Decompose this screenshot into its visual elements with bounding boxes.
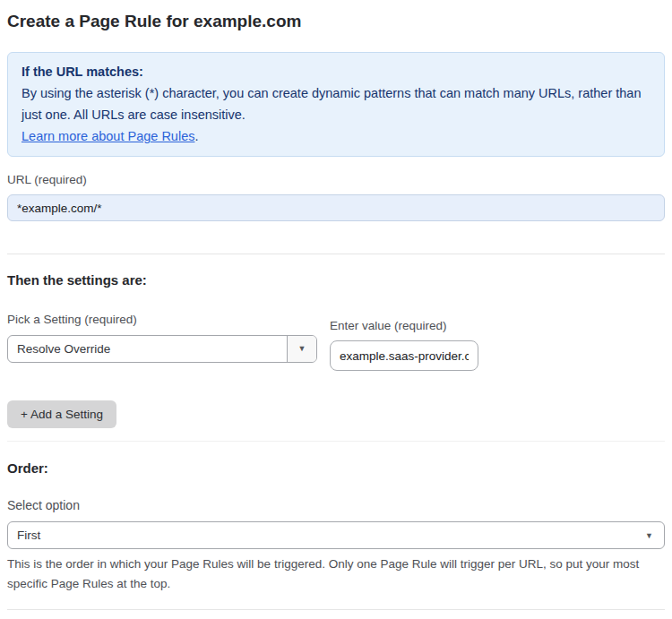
info-box-link-line: Learn more about Page Rules.: [22, 125, 650, 147]
setting-value-column: Enter value (required): [330, 312, 478, 371]
setting-picker-column: Pick a Setting (required) Resolve Overri…: [7, 312, 317, 363]
page-title: Create a Page Rule for example.com: [7, 11, 665, 32]
url-field-label: URL (required): [7, 172, 665, 187]
order-select-value: First: [8, 529, 664, 542]
settings-row: Pick a Setting (required) Resolve Overri…: [7, 312, 665, 371]
learn-more-link[interactable]: Learn more about Page Rules: [22, 129, 194, 143]
chevron-down-icon: ▼: [298, 345, 306, 353]
setting-select[interactable]: Resolve Override ▼: [7, 335, 317, 363]
chevron-down-icon: ▼: [645, 532, 653, 540]
setting-select-value: Resolve Override: [8, 342, 287, 356]
section-divider: [7, 609, 665, 610]
info-box-heading: If the URL matches:: [22, 61, 650, 82]
order-select[interactable]: First ▼: [7, 521, 665, 549]
setting-picker-label: Pick a Setting (required): [7, 312, 317, 327]
add-setting-button[interactable]: + Add a Setting: [7, 400, 116, 428]
link-suffix-period: .: [194, 129, 198, 143]
url-input[interactable]: [7, 194, 665, 221]
order-select-label: Select option: [7, 498, 665, 513]
section-divider: [7, 254, 665, 254]
create-page-rule-form: Create a Page Rule for example.com If th…: [0, 0, 672, 619]
order-help-text: This is the order in which your Page Rul…: [7, 555, 665, 594]
settings-section-heading: Then the settings are:: [7, 271, 665, 288]
url-match-info-box: If the URL matches: By using the asteris…: [7, 52, 665, 157]
section-divider: [7, 441, 665, 442]
info-box-body: By using the asterisk (*) character, you…: [22, 82, 650, 125]
value-field-label: Enter value (required): [330, 318, 478, 333]
order-section-heading: Order:: [7, 460, 665, 477]
setting-value-input[interactable]: [330, 340, 478, 371]
setting-select-caret-button[interactable]: ▼: [287, 336, 316, 362]
